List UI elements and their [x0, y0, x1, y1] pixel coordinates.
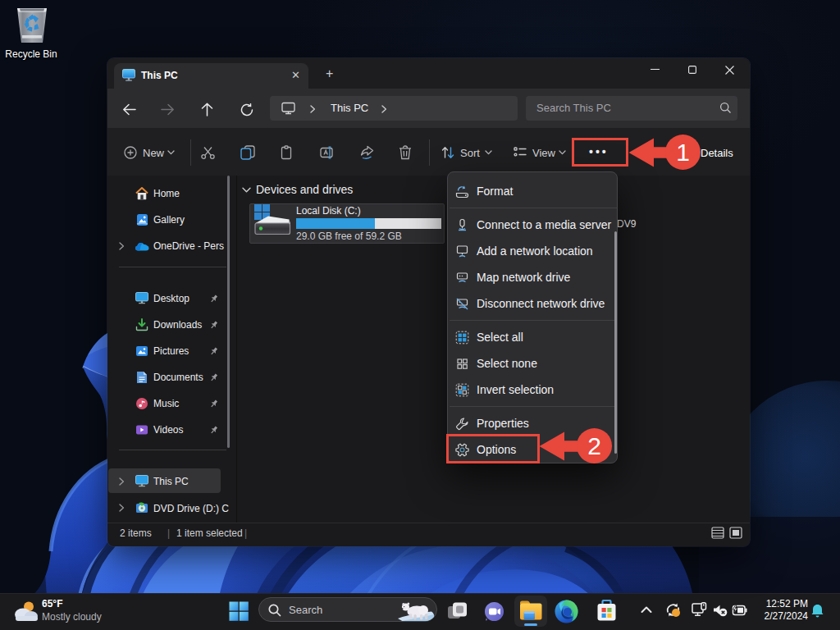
svg-text:1: 1 [676, 139, 690, 166]
svg-text:2: 2 [587, 432, 601, 459]
